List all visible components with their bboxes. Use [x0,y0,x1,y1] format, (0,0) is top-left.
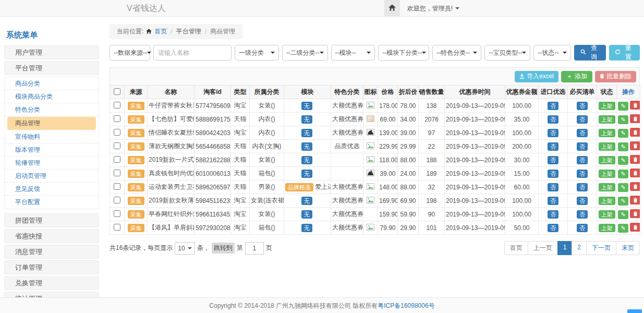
must-buy-toggle[interactable]: 否 [577,129,588,137]
sidebar-group-item[interactable]: 订单管理 [4,260,99,274]
header-checkbox-cell[interactable] [110,86,125,99]
must-buy-toggle[interactable]: 否 [577,102,588,110]
delete-button[interactable] [630,196,640,204]
status-button[interactable]: 上架 [599,156,615,164]
must-buy-toggle[interactable]: 否 [577,210,588,219]
delete-button[interactable] [630,223,640,232]
import-select-toggle[interactable]: 否 [548,156,558,164]
row-checkbox[interactable] [114,142,120,149]
filter-select[interactable]: --模块下分类-- [378,45,429,61]
module-badge[interactable]: 无 [301,156,312,164]
status-button[interactable]: 上架 [599,115,615,124]
row-checkbox[interactable] [114,224,120,231]
status-button[interactable]: 上架 [599,142,615,151]
sidebar-subitem-link[interactable]: 启动页管理 [5,170,99,183]
sidebar-subitem-link[interactable]: 特色分类 [5,103,99,116]
page-button-2[interactable]: 2 [572,241,587,255]
reset-button[interactable]: 重置 [609,45,640,61]
back-to-top-button[interactable] [627,309,642,313]
sidebar-subitem-link[interactable]: 轮播管理 [5,156,99,170]
import-select-toggle[interactable]: 否 [548,210,558,219]
sidebar-subitem-link[interactable]: 版本管理 [5,143,99,156]
sidebar-subitem-link[interactable]: 模块商品分类 [5,90,99,103]
module-badge[interactable]: 品牌精选 [285,183,313,191]
edit-button[interactable]: ✎ [618,183,628,192]
status-button[interactable]: 上架 [599,224,615,232]
icp-link[interactable]: 粤ICP备16098006号 [378,302,434,309]
name-search-input[interactable] [153,45,232,61]
edit-button[interactable]: ✎ [618,224,628,233]
sidebar-group-item[interactable]: 统计管理 [4,292,99,297]
breadcrumb-item-home[interactable]: 首页 [154,27,167,36]
breadcrumb-item-platform[interactable]: 平台管理 [176,27,201,36]
module-badge[interactable]: 无 [301,102,312,110]
status-button[interactable]: 上架 [599,129,615,137]
filter-select[interactable]: --特色分类-- [432,45,481,61]
import-excel-button[interactable]: 导入excel [515,71,558,82]
delete-button[interactable] [630,114,640,123]
import-select-toggle[interactable]: 否 [548,224,558,232]
status-button[interactable]: 上架 [599,197,615,205]
row-checkbox[interactable] [114,102,120,109]
row-checkbox[interactable] [114,129,120,136]
per-page-select[interactable]: 10 [175,242,195,255]
select-all-checkbox[interactable] [114,88,120,95]
status-button[interactable]: 上架 [599,170,615,178]
jump-page-input[interactable] [245,242,264,255]
user-menu[interactable]: 欢迎您，管理员! [400,0,467,17]
edit-button[interactable]: ✎ [618,102,628,111]
sidebar-subitem-link[interactable]: 商品分类 [5,77,99,90]
edit-button[interactable]: ✎ [618,142,628,151]
edit-button[interactable]: ✎ [618,170,628,178]
import-select-toggle[interactable]: 否 [548,115,558,124]
sidebar-subitem-active[interactable]: 商品管理 [7,117,96,130]
filter-select[interactable]: 一级分类 [235,45,279,61]
delete-button[interactable] [630,168,640,177]
row-checkbox[interactable] [114,197,120,203]
page-button-下一页[interactable]: 下一页 [586,241,616,255]
module-badge[interactable]: 无 [301,115,312,124]
home-icon-button[interactable] [384,0,400,17]
module-badge[interactable]: 无 [301,197,312,205]
edit-button[interactable]: ✎ [618,210,628,219]
sidebar-group-item[interactable]: 兑换管理 [4,276,99,290]
sidebar-item-platform-management[interactable]: 平台管理 [4,61,99,75]
status-button[interactable]: 上架 [599,183,615,191]
sidebar-group-item[interactable]: 省惠快报 [4,229,99,243]
must-buy-toggle[interactable]: 否 [577,115,588,124]
module-badge[interactable]: 无 [301,142,312,151]
delete-button[interactable] [630,101,640,110]
batch-delete-button[interactable]: 批量删除 [595,71,636,82]
status-button[interactable]: 上架 [599,210,615,219]
delete-button[interactable] [630,209,640,218]
query-button[interactable]: 查询 [574,45,606,61]
edit-button[interactable]: ✎ [618,129,628,138]
edit-button[interactable]: ✎ [618,156,628,165]
import-select-toggle[interactable]: 否 [548,197,558,205]
sidebar-subitem-link[interactable]: 意见反馈 [5,183,99,196]
sidebar-group-item[interactable]: 消息管理 [4,245,99,259]
sidebar-item-user-management[interactable]: 用户管理 [4,45,99,59]
must-buy-toggle[interactable]: 否 [577,224,588,232]
import-select-toggle[interactable]: 否 [548,142,558,151]
import-select-toggle[interactable]: 否 [548,129,558,137]
delete-button[interactable] [630,141,640,150]
sidebar-subitem-link[interactable]: 平台配置 [5,196,99,209]
sidebar-group-item[interactable]: 拼团管理 [4,213,99,227]
module-badge[interactable]: 无 [301,224,312,232]
edit-button[interactable]: ✎ [618,197,628,206]
import-select-toggle[interactable]: 否 [548,102,558,110]
must-buy-toggle[interactable]: 否 [577,142,588,151]
filter-select[interactable]: --数据来源-- [110,45,150,61]
delete-button[interactable] [630,155,640,164]
module-badge[interactable]: 无 [301,170,312,178]
row-checkbox[interactable] [114,210,120,217]
filter-select[interactable]: --状态-- [533,45,570,61]
delete-button[interactable] [630,182,640,191]
status-button[interactable]: 上架 [599,102,615,110]
row-checkbox[interactable] [114,115,120,122]
page-button-1[interactable]: 1 [557,241,573,255]
module-badge[interactable]: 无 [301,210,312,219]
must-buy-toggle[interactable]: 否 [577,170,588,178]
filter-select[interactable]: --宝贝类型-- [484,45,530,61]
